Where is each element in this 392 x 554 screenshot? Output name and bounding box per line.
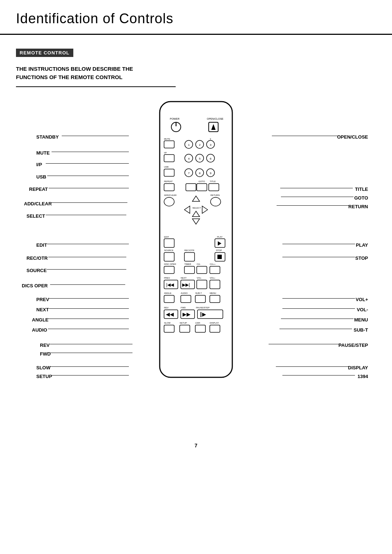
svg-text:SLOW: SLOW (164, 322, 171, 324)
label-mute: MUTE (36, 149, 50, 156)
label-play: PLAY (356, 242, 368, 248)
svg-text:DISPLAY: DISPLAY (210, 322, 219, 324)
label-vol-plus: VOL+ (356, 296, 368, 303)
svg-text:SUB-T: SUB-T (195, 292, 202, 294)
svg-text:|◀◀: |◀◀ (166, 282, 174, 287)
svg-text:6: 6 (210, 157, 212, 160)
svg-text:MUTE: MUTE (164, 138, 170, 140)
svg-text:▶▶|: ▶▶| (182, 282, 190, 287)
label-ip: I/P (36, 161, 42, 168)
svg-text:2: 2 (199, 143, 201, 147)
label-setup: SETUP (36, 373, 52, 379)
label-stop: STOP (355, 255, 368, 261)
svg-text:SOURCE: SOURCE (164, 249, 173, 251)
section-badge: REMOTE CONTROL (16, 49, 73, 57)
label-1394: 1394 (358, 373, 368, 379)
label-standby: STANDBY (36, 134, 59, 140)
svg-text:TITLE: TITLE (210, 180, 216, 182)
svg-text:NEXT: NEXT (181, 277, 187, 279)
svg-text:STOP: STOP (216, 249, 222, 251)
svg-text:9: 9 (210, 172, 212, 175)
label-title: TITLE (355, 186, 368, 192)
label-rev: REV (40, 342, 50, 348)
svg-text:4: 4 (188, 157, 190, 160)
svg-text:PREV: PREV (164, 277, 170, 279)
remote-control-diagram: POWER OPEN/CLOSE MUTE 1 2 3 3 I/P (156, 98, 236, 381)
label-goto: GOTO (354, 194, 368, 201)
svg-text:ADD/CLEAR: ADD/CLEAR (164, 194, 177, 196)
svg-text:CH-: CH- (197, 263, 201, 265)
svg-text:‖▶: ‖▶ (200, 311, 206, 317)
label-add-clear: ADD/CLEAR (24, 200, 52, 207)
label-pause-step: PAUSE/STEP (339, 342, 368, 348)
svg-rect-60 (217, 255, 222, 259)
svg-text:AUDIO: AUDIO (181, 292, 188, 294)
svg-text:5: 5 (199, 157, 201, 160)
svg-text:PAUSE/STEP: PAUSE/STEP (196, 307, 209, 309)
svg-text:MENU: MENU (210, 292, 216, 294)
svg-text:1: 1 (188, 143, 190, 147)
svg-text:ANGLE: ANGLE (164, 292, 171, 294)
label-select: SELECT (26, 213, 45, 219)
svg-text:PLAY: PLAY (217, 236, 222, 238)
label-slow: SLOW (36, 364, 50, 371)
svg-text:DISC OPER: DISC OPER (164, 263, 176, 265)
svg-text:GOTO: GOTO (199, 180, 205, 182)
page-number: 7 (0, 443, 392, 459)
svg-text:OPEN/CLOSE: OPEN/CLOSE (207, 118, 224, 120)
svg-text:EDIT: EDIT (164, 236, 169, 238)
label-usb: USB (36, 173, 46, 180)
svg-text:◀◀: ◀◀ (166, 311, 174, 317)
label-prev: PREV (36, 296, 49, 303)
svg-text:TIMER: TIMER (184, 263, 191, 265)
svg-text:REV: REV (164, 307, 168, 309)
svg-text:VOL-: VOL- (197, 277, 202, 279)
svg-text:▶▶: ▶▶ (183, 311, 191, 317)
svg-text:7: 7 (188, 172, 190, 175)
label-repeat: REPEAT (29, 186, 48, 192)
label-rec-otr: REC/OTR (26, 255, 48, 261)
svg-text:CH++: CH++ (210, 263, 216, 265)
label-dics-oper: DICS OPER (22, 282, 48, 289)
label-angle: ANGLE (32, 316, 49, 323)
label-display: DISPLAY (348, 364, 368, 371)
svg-text:POWER: POWER (170, 118, 179, 120)
diagram-area: STANDBY MUTE I/P USB REPEAT ADD/CLEAR SE… (0, 91, 392, 435)
label-open-close: OPEN/CLOSE (337, 134, 368, 140)
label-return: RETURN (348, 203, 368, 210)
svg-text:I/P: I/P (164, 152, 167, 154)
svg-text:VOL+: VOL+ (210, 277, 216, 279)
svg-text:FWD: FWD (181, 307, 186, 309)
svg-text:SELECT: SELECT (192, 207, 201, 209)
svg-text:1394: 1394 (195, 322, 200, 324)
svg-text:REPEAT: REPEAT (164, 180, 173, 182)
svg-text:USB: USB (164, 166, 168, 168)
page-header: Identification of Controls (0, 0, 392, 35)
svg-text:SETUP: SETUP (180, 322, 187, 324)
svg-text:RETURN: RETURN (211, 194, 220, 196)
label-next: NEXT (36, 306, 49, 313)
label-audio: AUDIO (32, 327, 47, 333)
label-menu: MENU (354, 316, 368, 323)
label-source: SOURCE (26, 267, 47, 274)
svg-text:8: 8 (199, 172, 201, 175)
label-sub-t: SUB-T (354, 327, 368, 333)
label-edit: EDIT (36, 242, 47, 248)
svg-text:REC/OTR: REC/OTR (184, 249, 195, 251)
label-vol-minus: VOL- (357, 306, 368, 313)
page-title: Identification of Controls (16, 11, 376, 26)
label-fwd: FWD (40, 350, 51, 357)
svg-text:3: 3 (210, 143, 212, 147)
section-description: THE INSTRUCTIONS BELOW DESCRIBE THE FUNC… (16, 65, 176, 87)
